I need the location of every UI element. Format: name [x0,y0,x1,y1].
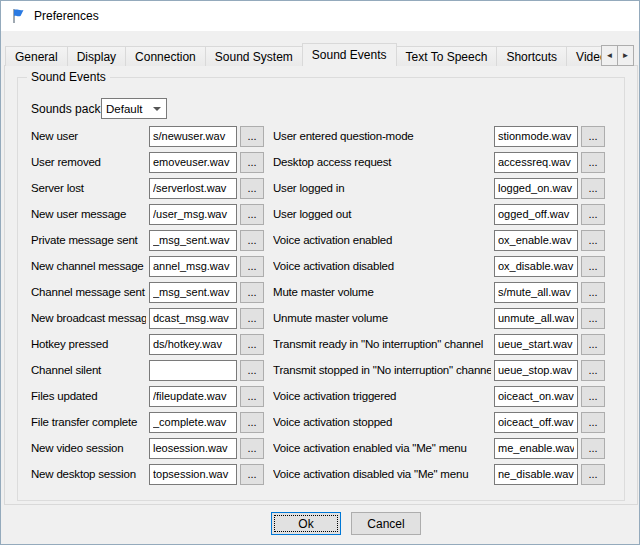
sound-event-label: Server lost [31,182,146,194]
sound-file-input[interactable] [494,334,578,355]
browse-button[interactable]: ... [240,360,264,381]
sound-file-input[interactable] [149,438,237,459]
sound-event-row: Server lost... [31,175,264,201]
browse-button[interactable]: ... [581,178,605,199]
browse-button[interactable]: ... [581,282,605,303]
sound-event-label: File transfer complete [31,416,146,428]
sound-event-label: Voice activation triggered [273,390,491,402]
tab-scroll-right-icon[interactable]: ► [617,45,634,66]
tab-connection[interactable]: Connection [125,46,206,66]
sound-file-input[interactable] [494,386,578,407]
sound-file-input[interactable] [494,438,578,459]
browse-button[interactable]: ... [240,126,264,147]
sound-file-input[interactable] [149,334,237,355]
sound-event-label: New user [31,130,146,142]
sound-event-label: Files updated [31,390,146,402]
sound-file-input[interactable] [494,126,578,147]
browse-button[interactable]: ... [240,230,264,251]
sound-file-input[interactable] [149,126,237,147]
sound-event-label: Channel silent [31,364,146,376]
sound-file-input[interactable] [494,282,578,303]
tab-general[interactable]: General [5,46,68,66]
sound-event-row: Hotkey pressed... [31,331,264,357]
sound-file-input[interactable] [149,152,237,173]
cancel-button[interactable]: Cancel [351,512,421,535]
browse-button[interactable]: ... [240,204,264,225]
sound-file-input[interactable] [494,152,578,173]
tab-sound-system[interactable]: Sound System [205,46,303,66]
sound-file-input[interactable] [149,204,237,225]
browse-button[interactable]: ... [581,386,605,407]
sound-file-input[interactable] [149,360,237,381]
browse-button[interactable]: ... [581,360,605,381]
sound-file-input[interactable] [494,204,578,225]
tab-scroll-left-icon[interactable]: ◄ [601,45,618,66]
sound-event-label: User entered question-mode [273,130,491,142]
browse-button[interactable]: ... [240,178,264,199]
tab-sound-events[interactable]: Sound Events [302,43,397,66]
sound-file-input[interactable] [494,256,578,277]
sound-event-row: Voice activation enabled... [273,227,605,253]
tab-display[interactable]: Display [67,46,126,66]
sound-event-label: New user message [31,208,146,220]
sound-file-input[interactable] [149,256,237,277]
sound-event-row: Transmit stopped in "No interruption" ch… [273,357,605,383]
browse-button[interactable]: ... [581,438,605,459]
sound-file-input[interactable] [149,282,237,303]
browse-button[interactable]: ... [240,464,264,485]
sound-event-label: User removed [31,156,146,168]
browse-button[interactable]: ... [240,282,264,303]
browse-button[interactable]: ... [240,256,264,277]
browse-button[interactable]: ... [240,412,264,433]
browse-button[interactable]: ... [581,412,605,433]
sound-file-input[interactable] [149,230,237,251]
browse-button[interactable]: ... [581,464,605,485]
sound-event-label: Channel message sent [31,286,146,298]
browse-button[interactable]: ... [240,386,264,407]
sound-event-row: Files updated... [31,383,264,409]
sound-file-input[interactable] [149,464,237,485]
sound-file-input[interactable] [494,308,578,329]
sound-file-input[interactable] [149,412,237,433]
browse-button[interactable]: ... [240,334,264,355]
window-title: Preferences [34,9,99,23]
browse-button[interactable]: ... [240,308,264,329]
tab-shortcuts[interactable]: Shortcuts [496,46,567,66]
sound-event-label: Voice activation enabled [273,234,491,246]
sound-event-row: New video session... [31,435,264,461]
browse-button[interactable]: ... [240,152,264,173]
sound-event-row: New desktop session... [31,461,264,487]
sound-event-row: Private message sent... [31,227,264,253]
browse-button[interactable]: ... [581,334,605,355]
sound-event-label: Voice activation enabled via "Me" menu [273,442,491,454]
sound-file-input[interactable] [494,360,578,381]
preferences-dialog: Preferences GeneralDisplayConnectionSoun… [0,0,640,545]
browse-button[interactable]: ... [581,126,605,147]
sounds-pack-select[interactable]: Default [101,98,167,119]
sound-event-label: Transmit stopped in "No interruption" ch… [273,364,491,376]
browse-button[interactable]: ... [581,256,605,277]
sound-event-label: User logged out [273,208,491,220]
browse-button[interactable]: ... [581,230,605,251]
sound-file-input[interactable] [149,308,237,329]
sound-file-input[interactable] [149,178,237,199]
ok-button[interactable]: Ok [271,512,341,535]
sound-event-label: Voice activation stopped [273,416,491,428]
sound-event-row: User logged out... [273,201,605,227]
sound-event-row: Desktop access request... [273,149,605,175]
tab-text-to-speech[interactable]: Text To Speech [396,46,498,66]
sound-event-row: Channel silent... [31,357,264,383]
title-bar[interactable]: Preferences [1,1,639,31]
browse-button[interactable]: ... [581,152,605,173]
sound-events-right-column: User entered question-mode...Desktop acc… [273,123,605,487]
browse-button[interactable]: ... [581,204,605,225]
sound-event-row: Voice activation disabled via "Me" menu.… [273,461,605,487]
sound-file-input[interactable] [494,464,578,485]
sound-file-input[interactable] [494,178,578,199]
chevron-down-icon [153,107,161,111]
sound-file-input[interactable] [494,412,578,433]
browse-button[interactable]: ... [581,308,605,329]
sound-file-input[interactable] [494,230,578,251]
browse-button[interactable]: ... [240,438,264,459]
sound-file-input[interactable] [149,386,237,407]
